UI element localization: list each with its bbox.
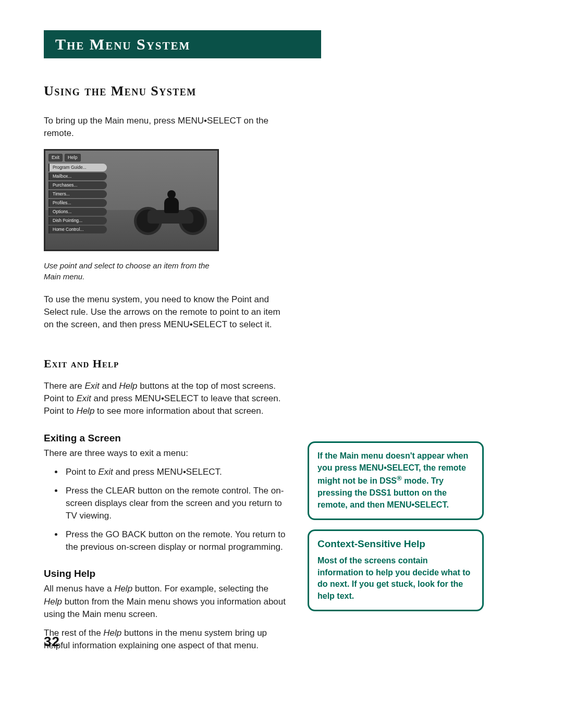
intro-paragraph: To bring up the Main menu, press MENU•SE… <box>44 115 289 140</box>
body-paragraph: There are Exit and Help buttons at the t… <box>44 380 289 417</box>
list-item: Press the CLEAR button on the remote con… <box>64 485 289 522</box>
osd-item: Options... <box>48 208 107 216</box>
osd-item: Purchases... <box>48 181 107 189</box>
tv-screenshot: Exit Help Program Guide... Mailbox... Pu… <box>44 149 219 251</box>
osd-item: Home Control... <box>48 226 107 233</box>
osd-item: Program Guide... <box>48 164 107 171</box>
list-item: Point to Exit and press MENU•SELECT. <box>64 466 289 478</box>
page-number: 32 <box>44 634 60 650</box>
section-heading: Using the Menu System <box>44 83 289 99</box>
callout-text: Most of the screens contain information … <box>317 555 474 602</box>
osd-item: Mailbox... <box>48 172 107 180</box>
osd-item: Dish Pointing... <box>48 217 107 225</box>
sub-subheading: Using Help <box>44 568 289 579</box>
subsection-heading: Exit and Help <box>44 357 289 371</box>
bullet-list: Point to Exit and press MENU•SELECT. Pre… <box>44 466 289 554</box>
body-paragraph: All menus have a Help button. For exampl… <box>44 583 289 620</box>
body-paragraph: There are three ways to exit a menu: <box>44 447 289 460</box>
tip-callout: If the Main menu doesn't appear when you… <box>308 441 484 520</box>
callout-text: If the Main menu doesn't appear when you… <box>317 450 474 511</box>
banner: The Menu System <box>44 30 321 58</box>
main-content: Using the Menu System To bring up the Ma… <box>44 83 289 658</box>
osd-help-button: Help <box>65 154 81 162</box>
callout-title: Context-Sensitive Help <box>317 538 474 550</box>
osd-item: Profiles... <box>48 199 107 207</box>
on-screen-menu: Exit Help Program Guide... Mailbox... Pu… <box>48 154 107 233</box>
context-help-callout: Context-Sensitive Help Most of the scree… <box>308 529 484 611</box>
figure: Exit Help Program Guide... Mailbox... Pu… <box>44 149 289 282</box>
body-paragraph: To use the menu system, you need to know… <box>44 293 289 331</box>
banner-title: The Menu System <box>55 35 190 53</box>
body-paragraph: The rest of the Help buttons in the menu… <box>44 627 289 652</box>
motorcycle-graphic <box>134 188 207 235</box>
sub-subheading: Exiting a Screen <box>44 433 289 444</box>
list-item: Press the GO BACK button on the remote. … <box>64 528 289 553</box>
osd-item: Timers... <box>48 190 107 198</box>
osd-exit-button: Exit <box>48 154 63 162</box>
figure-caption: Use point and select to choose an item f… <box>44 261 221 282</box>
